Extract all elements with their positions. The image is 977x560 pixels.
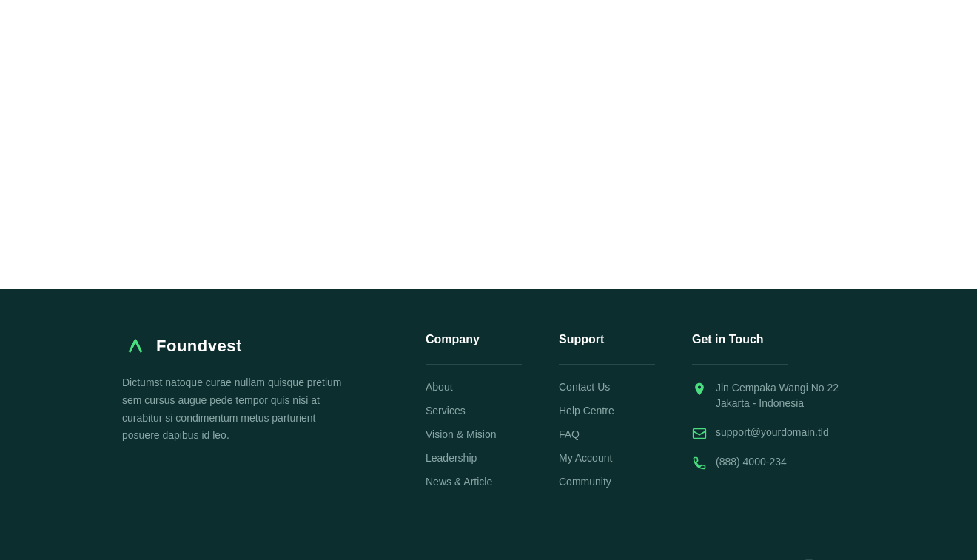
footer-bottom: Copyright© 2023 foundvest, All rights re… [122,536,855,560]
contact-email-item: support@yourdomain.tld [692,425,870,441]
company-section-title: Company [426,333,559,346]
contact-section: Get in Touch Jln Cempaka Wangi No 22Jaka… [692,333,870,499]
list-item: Leadership [426,451,559,465]
svg-point-0 [698,386,700,388]
social-icons [695,554,855,560]
footer-nav-sections: Company About Services Vision & Mision L… [426,333,855,499]
list-item: Services [426,404,559,417]
list-item: Help Centre [559,404,692,417]
top-white-section [0,0,977,289]
leadership-link[interactable]: Leadership [426,452,477,464]
list-item: Community [559,475,692,488]
contact-phone-text: (888) 4000-234 [716,454,787,470]
contact-address-item: Jln Cempaka Wangi No 22Jakarta - Indones… [692,380,870,411]
news-article-link[interactable]: News & Article [426,476,492,488]
twitter-icon[interactable] [729,554,753,560]
company-divider [426,364,522,365]
instagram-icon[interactable] [797,554,821,560]
contact-divider [692,364,788,365]
footer-brand: Foundvest Dictumst natoque curae nullam … [122,333,381,499]
facebook-icon[interactable] [695,554,719,560]
youtube-icon[interactable] [831,554,855,560]
contact-section-title: Get in Touch [692,333,870,346]
list-item: About [426,380,559,394]
community-link[interactable]: Community [559,476,611,488]
contact-address-text: Jln Cempaka Wangi No 22Jakarta - Indones… [716,380,839,411]
svg-rect-1 [694,428,706,438]
phone-icon [692,456,707,470]
location-icon [692,382,707,397]
logo-icon [122,333,149,360]
company-nav-section: Company About Services Vision & Mision L… [426,333,559,499]
vision-link[interactable]: Vision & Mision [426,428,496,440]
contact-us-link[interactable]: Contact Us [559,381,610,393]
list-item: News & Article [426,475,559,488]
email-icon [692,426,707,441]
brand-description: Dictumst natoque curae nullam quisque pr… [122,374,352,445]
support-nav-list: Contact Us Help Centre FAQ My Account Co… [559,380,692,488]
list-item: Contact Us [559,380,692,394]
faq-link[interactable]: FAQ [559,428,580,440]
list-item: Vision & Mision [426,428,559,441]
support-section-title: Support [559,333,692,346]
footer: Foundvest Dictumst natoque curae nullam … [0,289,977,560]
services-link[interactable]: Services [426,405,466,416]
list-item: My Account [559,451,692,465]
list-item: FAQ [559,428,692,441]
footer-bottom-row: Copyright© 2023 foundvest, All rights re… [122,554,855,560]
contact-phone-item: (888) 4000-234 [692,454,870,470]
contact-email-text: support@yourdomain.tld [716,425,829,440]
about-link[interactable]: About [426,381,453,393]
help-centre-link[interactable]: Help Centre [559,405,614,416]
support-nav-section: Support Contact Us Help Centre FAQ My Ac… [559,333,692,499]
company-nav-list: About Services Vision & Mision Leadershi… [426,380,559,488]
my-account-link[interactable]: My Account [559,452,612,464]
logo-text: Foundvest [156,337,242,356]
support-divider [559,364,655,365]
linkedin-icon[interactable] [763,554,787,560]
logo-container: Foundvest [122,333,381,360]
